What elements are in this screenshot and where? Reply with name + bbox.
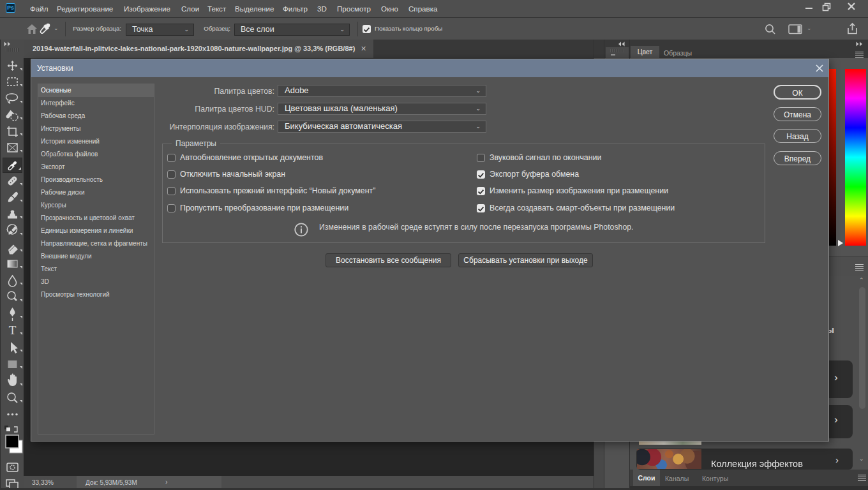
svg-text:T: T	[9, 323, 17, 337]
